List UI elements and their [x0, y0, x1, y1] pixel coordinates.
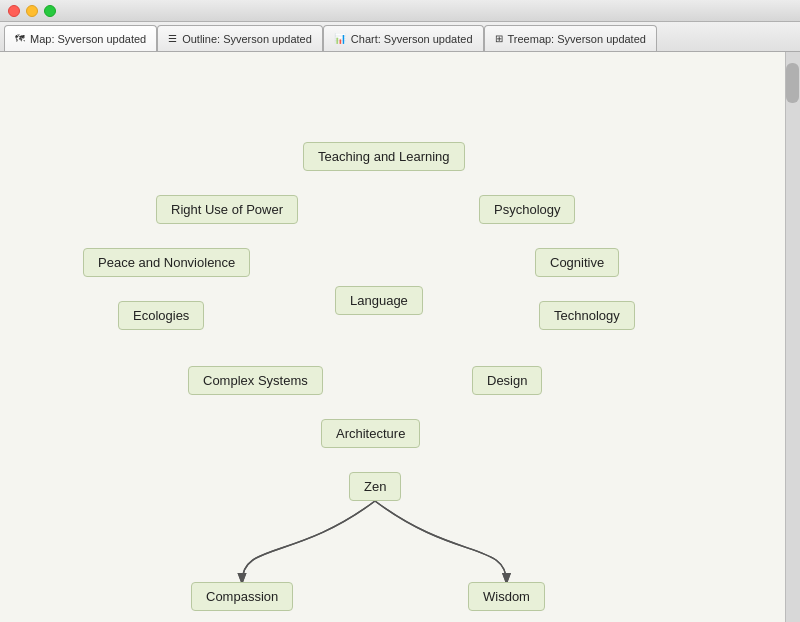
tab-label-outline: Outline: Syverson updated	[182, 33, 312, 45]
tab-chart[interactable]: 📊Chart: Syverson updated	[323, 25, 484, 51]
tab-map[interactable]: 🗺Map: Syverson updated	[4, 25, 157, 51]
tab-icon-chart: 📊	[334, 33, 346, 44]
tab-bar: 🗺Map: Syverson updated☰Outline: Syverson…	[0, 22, 800, 52]
node-right-use[interactable]: Right Use of Power	[156, 195, 298, 224]
tab-label-treemap: Treemap: Syverson updated	[508, 33, 646, 45]
main-content: Teaching and LearningRight Use of PowerP…	[0, 52, 800, 622]
node-design[interactable]: Design	[472, 366, 542, 395]
tab-outline[interactable]: ☰Outline: Syverson updated	[157, 25, 323, 51]
node-peace[interactable]: Peace and Nonviolence	[83, 248, 250, 277]
node-wisdom[interactable]: Wisdom	[468, 582, 545, 611]
connection-zen-compassion	[242, 501, 375, 582]
title-bar	[0, 0, 800, 22]
scrollbar-thumb[interactable]	[786, 63, 799, 103]
close-button[interactable]	[8, 5, 20, 17]
node-compassion[interactable]: Compassion	[191, 582, 293, 611]
scrollbar-track[interactable]	[785, 52, 800, 622]
traffic-lights[interactable]	[8, 5, 56, 17]
node-cognitive[interactable]: Cognitive	[535, 248, 619, 277]
tab-icon-treemap: ⊞	[495, 33, 503, 44]
tab-treemap[interactable]: ⊞Treemap: Syverson updated	[484, 25, 657, 51]
minimize-button[interactable]	[26, 5, 38, 17]
node-ecologies[interactable]: Ecologies	[118, 301, 204, 330]
node-psychology[interactable]: Psychology	[479, 195, 575, 224]
connection-zen-wisdom	[375, 501, 507, 582]
node-architecture[interactable]: Architecture	[321, 419, 420, 448]
maximize-button[interactable]	[44, 5, 56, 17]
connection-zen-compassion	[242, 501, 375, 582]
connection-zen-wisdom	[375, 501, 507, 582]
node-teaching[interactable]: Teaching and Learning	[303, 142, 465, 171]
node-language[interactable]: Language	[335, 286, 423, 315]
tab-label-chart: Chart: Syverson updated	[351, 33, 473, 45]
node-complex[interactable]: Complex Systems	[188, 366, 323, 395]
tab-icon-outline: ☰	[168, 33, 177, 44]
tab-icon-map: 🗺	[15, 33, 25, 44]
node-technology[interactable]: Technology	[539, 301, 635, 330]
node-zen[interactable]: Zen	[349, 472, 401, 501]
tab-label-map: Map: Syverson updated	[30, 33, 146, 45]
